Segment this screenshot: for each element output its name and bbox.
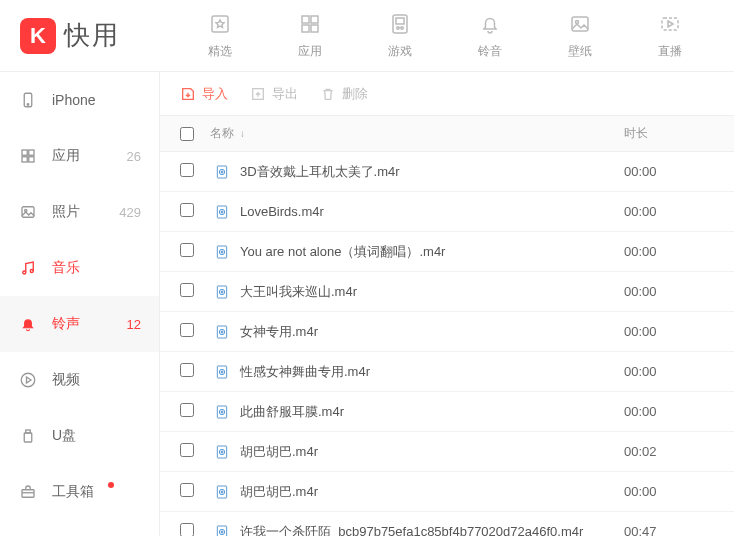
nav-wallpapers[interactable]: 壁纸 [550, 11, 610, 60]
svg-rect-11 [662, 18, 678, 30]
table-row[interactable]: 女神专用.m4r00:00 [160, 312, 734, 352]
table-row[interactable]: 胡巴胡巴.m4r00:02 [160, 432, 734, 472]
svg-rect-16 [22, 157, 27, 162]
nav-label: 精选 [208, 43, 232, 60]
table-row[interactable]: LoveBirds.m4r00:00 [160, 192, 734, 232]
sidebar-item-video[interactable]: 视频 [0, 352, 159, 408]
nav-ringtones[interactable]: 铃音 [460, 11, 520, 60]
row-checkbox[interactable] [180, 483, 194, 497]
nav-games[interactable]: 游戏 [370, 11, 430, 60]
column-name[interactable]: 名称 ↓ [210, 125, 624, 142]
svg-point-35 [221, 251, 223, 253]
svg-point-56 [221, 531, 223, 533]
row-checkbox[interactable] [180, 443, 194, 457]
row-checkbox[interactable] [180, 203, 194, 217]
music-icon [18, 258, 38, 278]
sidebar-item-label: 应用 [52, 147, 127, 165]
svg-point-53 [221, 491, 223, 493]
file-icon [210, 524, 234, 537]
bell-icon [477, 11, 503, 37]
sidebar-item-udisk[interactable]: U盘 [0, 408, 159, 464]
sidebar-item-toolbox[interactable]: 工具箱 [0, 464, 159, 520]
sidebar-item-label: 照片 [52, 203, 119, 221]
row-checkbox[interactable] [180, 243, 194, 257]
svg-rect-3 [302, 25, 309, 32]
nav-label: 直播 [658, 43, 682, 60]
svg-point-38 [221, 291, 223, 293]
notification-dot [108, 482, 114, 488]
table-row[interactable]: 性感女神舞曲专用.m4r00:00 [160, 352, 734, 392]
table-row[interactable]: You are not alone（填词翻唱）.m4r00:00 [160, 232, 734, 272]
delete-button[interactable]: 删除 [320, 85, 368, 103]
svg-rect-6 [396, 18, 404, 24]
sort-icon: ↓ [240, 128, 245, 139]
phone-icon [18, 90, 38, 110]
svg-rect-17 [29, 157, 34, 162]
svg-point-7 [397, 27, 399, 29]
file-icon [210, 164, 234, 180]
nav-featured[interactable]: 精选 [190, 11, 250, 60]
svg-point-29 [221, 171, 223, 173]
file-duration: 00:00 [624, 284, 734, 299]
sidebar-item-label: 视频 [52, 371, 141, 389]
bell-icon [18, 314, 38, 334]
nav-label: 铃音 [478, 43, 502, 60]
sidebar-badge: 12 [127, 317, 141, 332]
nav-live[interactable]: 直播 [640, 11, 700, 60]
row-checkbox[interactable] [180, 403, 194, 417]
usb-icon [18, 426, 38, 446]
grid-icon [18, 146, 38, 166]
table-row[interactable]: 此曲舒服耳膜.m4r00:00 [160, 392, 734, 432]
file-name: 性感女神舞曲专用.m4r [234, 363, 624, 381]
sidebar-item-label: 音乐 [52, 259, 141, 277]
nav-apps[interactable]: 应用 [280, 11, 340, 60]
column-duration[interactable]: 时长 [624, 125, 734, 142]
svg-point-41 [221, 331, 223, 333]
nav-label: 应用 [298, 43, 322, 60]
export-button[interactable]: 导出 [250, 85, 298, 103]
sidebar-item-label: U盘 [52, 427, 141, 445]
file-duration: 00:47 [624, 524, 734, 536]
file-name: 胡巴胡巴.m4r [234, 483, 624, 501]
file-duration: 00:00 [624, 364, 734, 379]
import-button[interactable]: 导入 [180, 85, 228, 103]
file-name: 女神专用.m4r [234, 323, 624, 341]
play-icon [18, 370, 38, 390]
svg-rect-15 [29, 150, 34, 155]
table-row[interactable]: 许我一个杀阡陌_bcb97b75efa1c85bf4b77020d72a46f0… [160, 512, 734, 536]
file-duration: 00:02 [624, 444, 734, 459]
sidebar-item-music[interactable]: 音乐 [0, 240, 159, 296]
select-all-checkbox[interactable] [180, 127, 194, 141]
row-checkbox[interactable] [180, 323, 194, 337]
file-icon [210, 284, 234, 300]
row-checkbox[interactable] [180, 363, 194, 377]
table-row[interactable]: 胡巴胡巴.m4r00:00 [160, 472, 734, 512]
logo-text: 快用 [64, 18, 120, 53]
table-row[interactable]: 3D音效戴上耳机太美了.m4r00:00 [160, 152, 734, 192]
sidebar-item-label: 工具箱 [52, 483, 141, 501]
sidebar-item-iphone[interactable]: iPhone [0, 72, 159, 128]
sidebar-item-apps[interactable]: 应用 26 [0, 128, 159, 184]
svg-rect-4 [311, 25, 318, 32]
svg-point-8 [401, 27, 403, 29]
game-icon [387, 11, 413, 37]
video-icon [657, 11, 683, 37]
file-icon [210, 244, 234, 260]
file-name: 此曲舒服耳膜.m4r [234, 403, 624, 421]
file-name: 许我一个杀阡陌_bcb97b75efa1c85bf4b77020d72a46f0… [234, 523, 624, 537]
svg-rect-18 [22, 207, 34, 218]
trash-icon [320, 86, 336, 102]
file-name: 胡巴胡巴.m4r [234, 443, 624, 461]
svg-point-50 [221, 451, 223, 453]
table-row[interactable]: 大王叫我来巡山.m4r00:00 [160, 272, 734, 312]
row-checkbox[interactable] [180, 523, 194, 536]
sidebar-item-ringtones[interactable]: 铃声 12 [0, 296, 159, 352]
logo-icon: K [20, 18, 56, 54]
file-icon [210, 444, 234, 460]
svg-point-21 [30, 270, 33, 273]
image-icon [567, 11, 593, 37]
sidebar-item-photos[interactable]: 照片 429 [0, 184, 159, 240]
row-checkbox[interactable] [180, 283, 194, 297]
file-icon [210, 484, 234, 500]
row-checkbox[interactable] [180, 163, 194, 177]
